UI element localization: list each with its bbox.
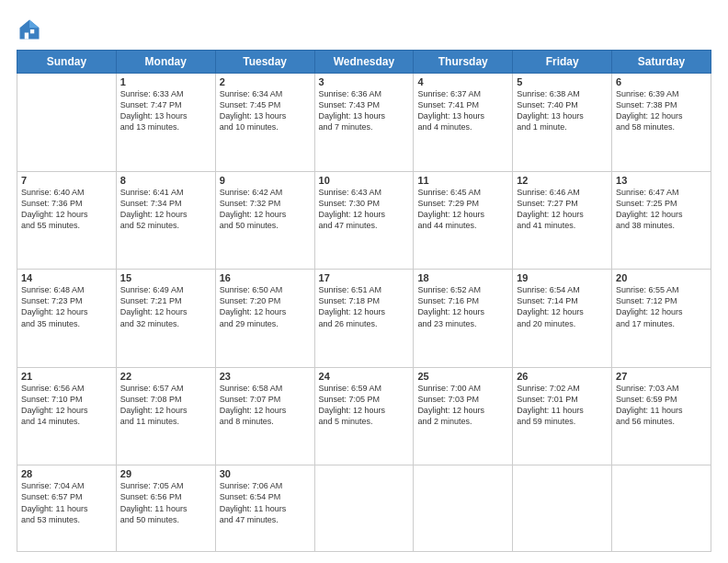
day-number: 2 xyxy=(220,76,311,87)
calendar-cell: 24Sunrise: 6:59 AM Sunset: 7:05 PM Dayli… xyxy=(314,367,414,465)
cell-info: Sunrise: 6:43 AM Sunset: 7:30 PM Dayligh… xyxy=(319,187,410,232)
day-number: 3 xyxy=(319,76,410,87)
calendar-cell: 11Sunrise: 6:45 AM Sunset: 7:29 PM Dayli… xyxy=(414,171,513,270)
day-number: 27 xyxy=(616,371,707,382)
day-header-tuesday: Tuesday xyxy=(215,51,314,74)
day-number: 23 xyxy=(220,371,311,382)
calendar-cell: 13Sunrise: 6:47 AM Sunset: 7:25 PM Dayli… xyxy=(612,171,711,270)
cell-info: Sunrise: 6:45 AM Sunset: 7:29 PM Dayligh… xyxy=(417,187,508,232)
cell-info: Sunrise: 6:49 AM Sunset: 7:21 PM Dayligh… xyxy=(120,284,211,329)
cell-info: Sunrise: 6:59 AM Sunset: 7:05 PM Dayligh… xyxy=(319,383,410,428)
cell-info: Sunrise: 6:40 AM Sunset: 7:36 PM Dayligh… xyxy=(21,187,112,232)
cell-info: Sunrise: 6:42 AM Sunset: 7:32 PM Dayligh… xyxy=(220,187,311,232)
calendar-cell: 9Sunrise: 6:42 AM Sunset: 7:32 PM Daylig… xyxy=(215,171,314,270)
cell-info: Sunrise: 6:34 AM Sunset: 7:45 PM Dayligh… xyxy=(220,88,311,133)
cell-info: Sunrise: 6:41 AM Sunset: 7:34 PM Dayligh… xyxy=(120,187,211,232)
day-number: 29 xyxy=(120,468,211,479)
calendar-cell xyxy=(612,465,711,552)
page: SundayMondayTuesdayWednesdayThursdayFrid… xyxy=(0,0,728,563)
day-header-row: SundayMondayTuesdayWednesdayThursdayFrid… xyxy=(17,51,711,74)
cell-info: Sunrise: 6:37 AM Sunset: 7:41 PM Dayligh… xyxy=(417,88,508,133)
day-number: 11 xyxy=(417,175,508,186)
calendar-cell: 10Sunrise: 6:43 AM Sunset: 7:30 PM Dayli… xyxy=(314,171,414,270)
calendar-cell: 25Sunrise: 7:00 AM Sunset: 7:03 PM Dayli… xyxy=(414,367,513,465)
cell-info: Sunrise: 6:46 AM Sunset: 7:27 PM Dayligh… xyxy=(517,187,608,232)
calendar-cell: 19Sunrise: 6:54 AM Sunset: 7:14 PM Dayli… xyxy=(513,270,612,368)
cell-info: Sunrise: 7:06 AM Sunset: 6:54 PM Dayligh… xyxy=(220,480,311,525)
week-row-2: 14Sunrise: 6:48 AM Sunset: 7:23 PM Dayli… xyxy=(17,270,711,368)
cell-info: Sunrise: 6:54 AM Sunset: 7:14 PM Dayligh… xyxy=(517,284,608,329)
cell-info: Sunrise: 6:38 AM Sunset: 7:40 PM Dayligh… xyxy=(517,88,608,133)
calendar-cell: 27Sunrise: 7:03 AM Sunset: 6:59 PM Dayli… xyxy=(612,367,711,465)
calendar-cell: 2Sunrise: 6:34 AM Sunset: 7:45 PM Daylig… xyxy=(215,74,314,172)
cell-info: Sunrise: 6:48 AM Sunset: 7:23 PM Dayligh… xyxy=(21,284,112,329)
week-row-3: 21Sunrise: 6:56 AM Sunset: 7:10 PM Dayli… xyxy=(17,367,711,465)
cell-info: Sunrise: 7:02 AM Sunset: 7:01 PM Dayligh… xyxy=(517,383,608,428)
logo xyxy=(17,17,46,42)
header xyxy=(17,17,711,42)
calendar-cell: 1Sunrise: 6:33 AM Sunset: 7:47 PM Daylig… xyxy=(116,74,215,172)
day-number: 24 xyxy=(319,371,410,382)
cell-info: Sunrise: 7:00 AM Sunset: 7:03 PM Dayligh… xyxy=(417,383,508,428)
calendar-cell: 29Sunrise: 7:05 AM Sunset: 6:56 PM Dayli… xyxy=(116,465,215,552)
calendar-cell: 12Sunrise: 6:46 AM Sunset: 7:27 PM Dayli… xyxy=(513,171,612,270)
week-row-1: 7Sunrise: 6:40 AM Sunset: 7:36 PM Daylig… xyxy=(17,171,711,270)
svg-rect-3 xyxy=(30,29,34,33)
day-number: 14 xyxy=(21,272,112,283)
cell-info: Sunrise: 6:56 AM Sunset: 7:10 PM Dayligh… xyxy=(21,383,112,428)
day-number: 30 xyxy=(220,468,311,479)
day-header-friday: Friday xyxy=(513,51,612,74)
day-number: 5 xyxy=(517,76,608,87)
cell-info: Sunrise: 6:33 AM Sunset: 7:47 PM Dayligh… xyxy=(120,88,211,133)
calendar-cell: 5Sunrise: 6:38 AM Sunset: 7:40 PM Daylig… xyxy=(513,74,612,172)
calendar-cell: 26Sunrise: 7:02 AM Sunset: 7:01 PM Dayli… xyxy=(513,367,612,465)
calendar-cell: 7Sunrise: 6:40 AM Sunset: 7:36 PM Daylig… xyxy=(17,171,117,270)
cell-info: Sunrise: 6:36 AM Sunset: 7:43 PM Dayligh… xyxy=(319,88,410,133)
week-row-4: 28Sunrise: 7:04 AM Sunset: 6:57 PM Dayli… xyxy=(17,465,711,552)
day-header-wednesday: Wednesday xyxy=(314,51,414,74)
calendar-cell xyxy=(314,465,414,552)
cell-info: Sunrise: 6:50 AM Sunset: 7:20 PM Dayligh… xyxy=(220,284,311,329)
svg-rect-2 xyxy=(25,33,28,40)
cell-info: Sunrise: 6:57 AM Sunset: 7:08 PM Dayligh… xyxy=(120,383,211,428)
cell-info: Sunrise: 6:51 AM Sunset: 7:18 PM Dayligh… xyxy=(319,284,410,329)
calendar-cell: 22Sunrise: 6:57 AM Sunset: 7:08 PM Dayli… xyxy=(116,367,215,465)
calendar-cell xyxy=(513,465,612,552)
calendar-cell: 30Sunrise: 7:06 AM Sunset: 6:54 PM Dayli… xyxy=(215,465,314,552)
logo-icon xyxy=(17,17,42,42)
week-row-0: 1Sunrise: 6:33 AM Sunset: 7:47 PM Daylig… xyxy=(17,74,711,172)
calendar-cell: 15Sunrise: 6:49 AM Sunset: 7:21 PM Dayli… xyxy=(116,270,215,368)
calendar-cell: 23Sunrise: 6:58 AM Sunset: 7:07 PM Dayli… xyxy=(215,367,314,465)
calendar-cell: 14Sunrise: 6:48 AM Sunset: 7:23 PM Dayli… xyxy=(17,270,117,368)
calendar-cell: 8Sunrise: 6:41 AM Sunset: 7:34 PM Daylig… xyxy=(116,171,215,270)
day-number: 22 xyxy=(120,371,211,382)
day-number: 20 xyxy=(616,272,707,283)
calendar: SundayMondayTuesdayWednesdayThursdayFrid… xyxy=(17,50,711,552)
calendar-cell: 4Sunrise: 6:37 AM Sunset: 7:41 PM Daylig… xyxy=(414,74,513,172)
day-number: 13 xyxy=(616,175,707,186)
calendar-cell: 21Sunrise: 6:56 AM Sunset: 7:10 PM Dayli… xyxy=(17,367,117,465)
day-number: 12 xyxy=(517,175,608,186)
calendar-cell xyxy=(17,74,117,172)
calendar-cell: 3Sunrise: 6:36 AM Sunset: 7:43 PM Daylig… xyxy=(314,74,414,172)
day-header-monday: Monday xyxy=(116,51,215,74)
calendar-cell: 18Sunrise: 6:52 AM Sunset: 7:16 PM Dayli… xyxy=(414,270,513,368)
day-number: 17 xyxy=(319,272,410,283)
day-number: 10 xyxy=(319,175,410,186)
day-number: 16 xyxy=(220,272,311,283)
day-number: 1 xyxy=(120,76,211,87)
day-number: 8 xyxy=(120,175,211,186)
day-number: 4 xyxy=(417,76,508,87)
cell-info: Sunrise: 7:03 AM Sunset: 6:59 PM Dayligh… xyxy=(616,383,707,428)
calendar-cell: 28Sunrise: 7:04 AM Sunset: 6:57 PM Dayli… xyxy=(17,465,117,552)
cell-info: Sunrise: 6:52 AM Sunset: 7:16 PM Dayligh… xyxy=(417,284,508,329)
day-number: 15 xyxy=(120,272,211,283)
day-number: 6 xyxy=(616,76,707,87)
day-number: 19 xyxy=(517,272,608,283)
day-number: 28 xyxy=(21,468,112,479)
day-number: 21 xyxy=(21,371,112,382)
cell-info: Sunrise: 6:47 AM Sunset: 7:25 PM Dayligh… xyxy=(616,187,707,232)
cell-info: Sunrise: 6:58 AM Sunset: 7:07 PM Dayligh… xyxy=(220,383,311,428)
cell-info: Sunrise: 7:05 AM Sunset: 6:56 PM Dayligh… xyxy=(120,480,211,525)
calendar-cell xyxy=(414,465,513,552)
